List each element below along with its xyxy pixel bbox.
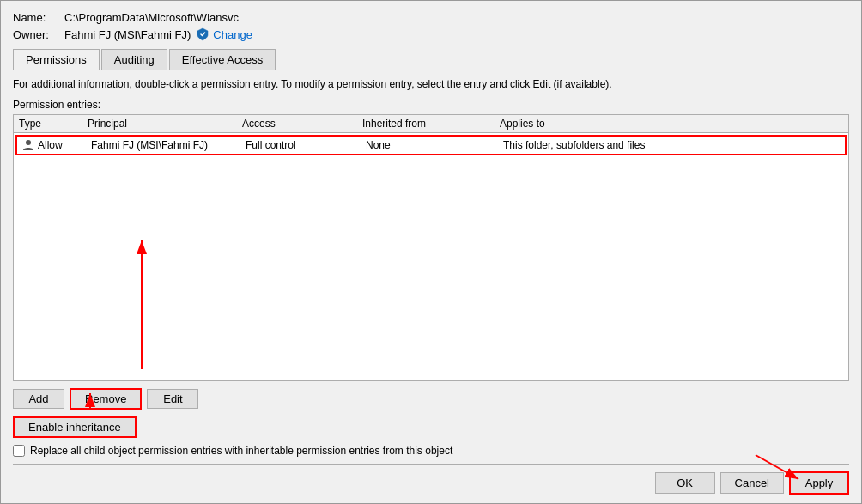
- table-row[interactable]: Allow Fahmi FJ (MSI\Fahmi FJ) Full contr…: [15, 135, 847, 155]
- inheritance-row: Enable inheritance: [13, 416, 849, 438]
- action-buttons: Add Remove Edit: [13, 388, 849, 410]
- replace-checkbox-label: Replace all child object permission entr…: [30, 445, 452, 457]
- col-applies: Applies to: [495, 118, 848, 130]
- edit-button[interactable]: Edit: [147, 389, 198, 409]
- col-access: Access: [237, 118, 357, 130]
- apply-button[interactable]: Apply: [789, 471, 849, 495]
- col-principal: Principal: [82, 118, 237, 130]
- row-inherited: None: [361, 139, 498, 151]
- permissions-table: Type Principal Access Inherited from App…: [13, 114, 849, 381]
- cancel-button[interactable]: Cancel: [720, 472, 784, 494]
- row-applies: This folder, subfolders and files: [498, 139, 845, 151]
- remove-button[interactable]: Remove: [70, 388, 142, 410]
- footer-buttons: OK Cancel Apply: [13, 464, 849, 495]
- shield-icon: [196, 27, 209, 41]
- tab-effective-access[interactable]: Effective Access: [169, 49, 276, 70]
- table-body: Allow Fahmi FJ (MSI\Fahmi FJ) Full contr…: [14, 133, 848, 378]
- section-label: Permission entries:: [13, 99, 849, 111]
- ok-button[interactable]: OK: [655, 472, 715, 494]
- description-text: For additional information, double-click…: [13, 77, 849, 92]
- row-access: Full control: [240, 139, 361, 151]
- replace-checkbox[interactable]: [13, 445, 25, 457]
- add-button[interactable]: Add: [13, 389, 64, 409]
- row-type: Allow: [17, 139, 86, 151]
- svg-point-0: [26, 140, 31, 145]
- col-inherited: Inherited from: [357, 118, 495, 130]
- replace-checkbox-row: Replace all child object permission entr…: [13, 445, 849, 457]
- owner-label: Owner:: [13, 28, 64, 41]
- owner-value: Fahmi FJ (MSI\Fahmi FJ): [64, 28, 191, 41]
- col-type: Type: [14, 118, 82, 130]
- change-link[interactable]: Change: [213, 28, 252, 41]
- row-principal: Fahmi FJ (MSI\Fahmi FJ): [86, 139, 240, 151]
- user-icon: [22, 139, 34, 151]
- name-value: C:\ProgramData\Microsoft\Wlansvc: [64, 11, 239, 24]
- tab-auditing[interactable]: Auditing: [101, 49, 167, 70]
- enable-inheritance-button[interactable]: Enable inheritance: [13, 416, 137, 438]
- name-label: Name:: [13, 11, 64, 24]
- tab-permissions[interactable]: Permissions: [13, 49, 100, 70]
- tabs-bar: Permissions Auditing Effective Access: [13, 48, 849, 70]
- table-header: Type Principal Access Inherited from App…: [14, 115, 848, 133]
